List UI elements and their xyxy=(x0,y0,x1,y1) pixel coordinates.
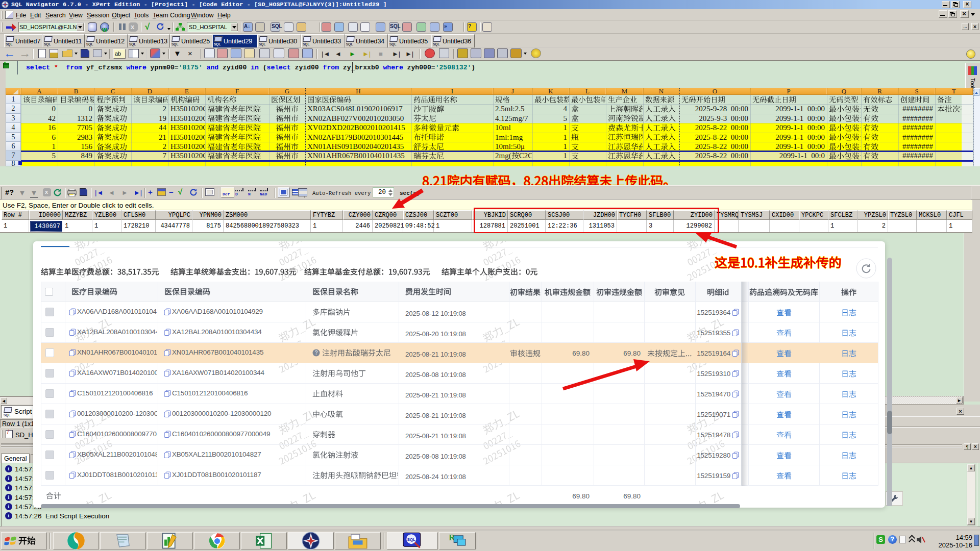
svg-text:?: ? xyxy=(315,350,318,356)
svg-text:SQL: SQL xyxy=(407,537,415,542)
